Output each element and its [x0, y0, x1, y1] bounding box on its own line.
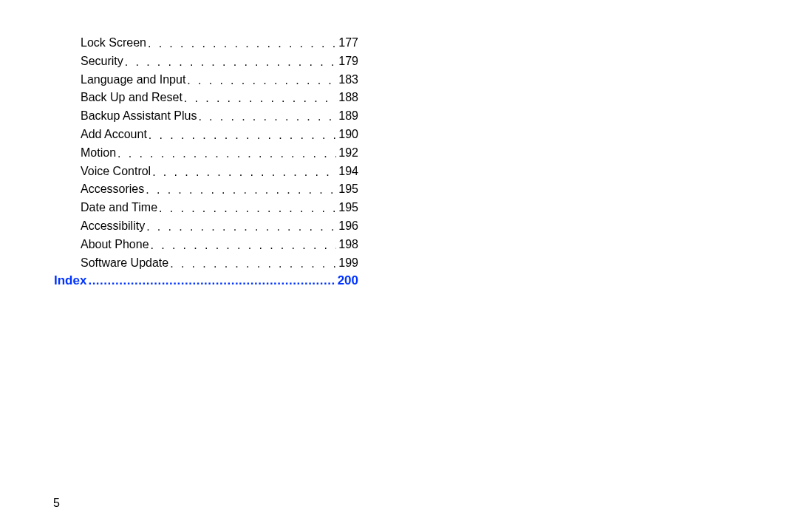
toc-entry-page: 189: [338, 107, 358, 126]
toc-entry-page: 199: [338, 254, 358, 273]
toc-entry: Backup Assistant Plus . . . . . . . . . …: [81, 107, 358, 126]
toc-entry: Motion . . . . . . . . . . . . . . . . .…: [81, 144, 358, 163]
page-number: 5: [53, 497, 60, 510]
toc-entry-title: Software Update: [81, 254, 168, 273]
toc-entry-title: Security: [81, 52, 123, 71]
toc-dot-leader: . . . . . . . . . . . . . . . . . . . . …: [170, 258, 336, 270]
toc-dot-leader: . . . . . . . . . . . . . . . . . . . . …: [187, 75, 336, 86]
toc-entry-title: Backup Assistant Plus: [81, 107, 197, 126]
toc-entry-page: 192: [338, 144, 358, 163]
toc-entry: Software Update . . . . . . . . . . . . …: [81, 254, 358, 273]
toc-entry-title: Back Up and Reset: [81, 89, 183, 107]
toc-dot-leader: . . . . . . . . . . . . . . . . . . . . …: [148, 38, 336, 50]
toc-entry: Accessibility . . . . . . . . . . . . . …: [81, 217, 358, 236]
toc-dot-leader: . . . . . . . . . . . . . . . . . . . . …: [151, 239, 337, 251]
toc-entry-title: About Phone: [81, 236, 149, 254]
toc-entry-title: Motion: [81, 144, 116, 163]
toc-entry-page: 194: [338, 163, 358, 181]
toc-index-entry: Index ..................................…: [54, 272, 358, 290]
toc-dot-leader: . . . . . . . . . . . . . . . . . . . . …: [198, 111, 336, 123]
toc-entry: About Phone . . . . . . . . . . . . . . …: [81, 236, 358, 254]
toc-dot-leader: . . . . . . . . . . . . . . . . . . . . …: [146, 184, 336, 196]
table-of-contents: Lock Screen . . . . . . . . . . . . . . …: [81, 34, 358, 290]
toc-dot-leader: . . . . . . . . . . . . . . . . . . . . …: [146, 221, 336, 233]
toc-dot-leader: . . . . . . . . . . . . . . . . . . . . …: [117, 148, 336, 160]
toc-entry: Voice Control . . . . . . . . . . . . . …: [81, 163, 358, 181]
toc-dot-leader: . . . . . . . . . . . . . . . . . . . . …: [149, 129, 336, 141]
toc-entry-page: 179: [338, 52, 358, 71]
toc-index-title: Index: [54, 272, 86, 290]
toc-entry: Language and Input . . . . . . . . . . .…: [81, 71, 358, 89]
toc-entry-page: 190: [338, 126, 358, 144]
toc-dot-leader: . . . . . . . . . . . . . . . . . . . . …: [152, 166, 336, 178]
toc-entry-title: Voice Control: [81, 163, 151, 181]
toc-entry-title: Date and Time: [81, 199, 157, 217]
toc-entry-page: 183: [338, 71, 358, 89]
toc-entry: Back Up and Reset . . . . . . . . . . . …: [81, 89, 358, 107]
toc-entry-page: 196: [338, 217, 358, 236]
toc-dot-leader: . . . . . . . . . . . . . . . . . . . . …: [184, 92, 336, 104]
toc-entry-title: Accessibility: [81, 217, 145, 236]
toc-dot-leader: ........................................…: [88, 272, 335, 290]
toc-entry: Security . . . . . . . . . . . . . . . .…: [81, 52, 358, 71]
toc-entry-title: Accessories: [81, 180, 144, 199]
toc-entry-page: 195: [338, 199, 358, 217]
toc-entry-page: 177: [338, 34, 358, 52]
toc-entry-page: 188: [338, 89, 358, 107]
toc-dot-leader: . . . . . . . . . . . . . . . . . . . . …: [125, 56, 337, 68]
toc-entry: Accessories . . . . . . . . . . . . . . …: [81, 180, 358, 199]
toc-entry: Lock Screen . . . . . . . . . . . . . . …: [81, 34, 358, 52]
toc-entry: Date and Time . . . . . . . . . . . . . …: [81, 199, 358, 217]
toc-entry: Add Account . . . . . . . . . . . . . . …: [81, 126, 358, 144]
toc-entry-page: 198: [338, 236, 358, 254]
toc-entry-title: Language and Input: [81, 71, 185, 89]
toc-entry-title: Lock Screen: [81, 34, 146, 52]
toc-index-page: 200: [338, 272, 358, 290]
toc-entry-page: 195: [338, 180, 358, 199]
toc-dot-leader: . . . . . . . . . . . . . . . . . . . . …: [159, 202, 336, 214]
toc-entry-title: Add Account: [81, 126, 147, 144]
